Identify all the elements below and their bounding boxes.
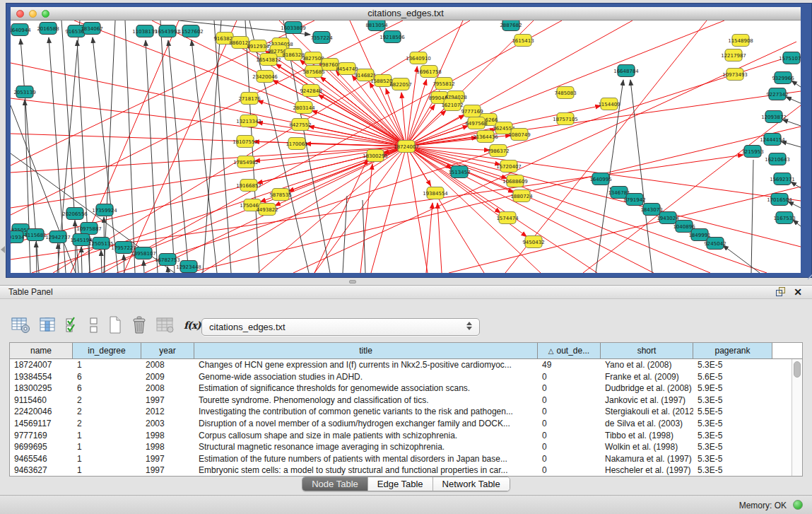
row-height-button[interactable] — [89, 315, 99, 336]
table-row[interactable]: 1456911722003Disruption of a novel membe… — [10, 418, 792, 430]
graph-node[interactable]: 9245042 — [704, 238, 726, 250]
create-column-button[interactable] — [108, 315, 122, 336]
graph-node[interactable]: 1834067 — [81, 23, 102, 35]
window-titlebar[interactable]: citations_edges.txt — [11, 7, 801, 21]
graph-node[interactable]: 9450432 — [522, 236, 544, 248]
graph-node[interactable]: 5878535 — [269, 189, 291, 201]
graph-node[interactable]: 2718176 — [238, 93, 261, 105]
graph-node[interactable]: 391934 — [11, 231, 25, 243]
scrollbar-thumb[interactable] — [794, 361, 801, 378]
graph-node[interactable]: 1154409 — [598, 98, 620, 110]
graph-node[interactable]: 9227342 — [766, 88, 788, 100]
graph-node[interactable]: 9242848 — [300, 85, 322, 97]
graph-node[interactable]: 1574474 — [496, 212, 519, 224]
table-row[interactable]: 946362711997Embryonic stem cells: a mode… — [10, 465, 792, 476]
zoom-button[interactable] — [42, 10, 49, 18]
table-row[interactable]: 969969511998Structural magnetic resonanc… — [10, 441, 792, 453]
table-row[interactable]: 946554611997Estimation of the future num… — [10, 453, 792, 465]
graph-node[interactable]: 7955812 — [433, 78, 454, 90]
table-row[interactable]: 977716911998Corpus callosum shape and si… — [10, 430, 792, 442]
graph-node[interactable]: 17016504 — [767, 194, 792, 206]
graph-node[interactable]: 19166857 — [236, 180, 261, 192]
table-row[interactable]: 911546021997Tourette syndrome. Phenomeno… — [10, 395, 792, 407]
table-source-dropdown[interactable]: citations_edges.txt — [201, 318, 480, 336]
graph-node[interactable]: 19218506 — [379, 31, 405, 43]
graph-node[interactable]: 6497568 — [465, 117, 487, 129]
network-canvas-svg[interactable]: 1872400718300295193845549777169746266649… — [11, 21, 801, 273]
graph-node[interactable]: 7357224 — [310, 32, 333, 44]
function-builder-button[interactable]: f(x) — [184, 315, 201, 336]
graph-node[interactable]: 18107552 — [233, 136, 258, 148]
graph-node[interactable]: 20206556 — [62, 208, 88, 220]
close-button[interactable] — [16, 10, 24, 18]
float-window-icon[interactable] — [776, 287, 787, 297]
graph-node[interactable]: 13213343 — [236, 115, 261, 127]
column-header-out_de[interactable]: △out_de... — [538, 343, 601, 358]
graph-node[interactable]: 9329966 — [772, 72, 794, 84]
column-header-pagerank[interactable]: pagerank — [693, 343, 772, 358]
graph-node[interactable]: 16210643 — [765, 153, 790, 165]
graph-node[interactable]: 8427552 — [289, 119, 311, 131]
selection-mode-button[interactable] — [66, 315, 80, 336]
tab-node-table[interactable]: Node Table — [302, 477, 368, 491]
graph-node[interactable]: 6822057 — [389, 78, 411, 90]
graph-node[interactable]: 2803144 — [293, 102, 315, 114]
graph-node[interactable]: 7485083 — [554, 87, 576, 99]
graph-node[interactable]: 2016588 — [37, 23, 59, 35]
graph-node[interactable]: 1115681 — [24, 229, 46, 241]
graph-node[interactable]: 1167533 — [773, 212, 795, 224]
graph-node[interactable]: 1640944 — [11, 24, 31, 36]
graph-node[interactable]: 4493822 — [256, 204, 278, 216]
graph-node[interactable]: 8912934 — [247, 40, 269, 52]
graph-node[interactable]: 15692371 — [770, 173, 795, 185]
graph-node[interactable]: 21364436 — [473, 131, 498, 143]
graph-node[interactable]: 15751074 — [779, 52, 801, 64]
graph-node[interactable]: 5875685 — [302, 66, 324, 78]
table-vertical-scrollbar[interactable] — [792, 359, 802, 476]
control-panel-splitter-handle[interactable] — [1, 246, 5, 253]
graph-node[interactable]: 1640995 — [589, 173, 611, 185]
table-row[interactable]: 2242004622012Investigating the contribut… — [10, 406, 792, 418]
window-resize-grip[interactable] — [805, 267, 812, 280]
minimize-button[interactable] — [29, 10, 37, 18]
column-header-short[interactable]: short — [601, 343, 693, 358]
graph-node[interactable]: 2887682 — [500, 21, 522, 31]
delete-table-button-disabled[interactable] — [156, 315, 175, 336]
graph-node[interactable]: 11038139 — [132, 25, 158, 37]
graph-node[interactable]: 1513457 — [448, 166, 470, 178]
column-header-year[interactable]: year — [141, 343, 194, 358]
column-header-in_degree[interactable]: in_degree — [73, 343, 141, 358]
graph-node[interactable]: 1621072 — [441, 99, 463, 111]
graph-node[interactable]: 1170061 — [286, 138, 307, 150]
tab-network-table[interactable]: Network Table — [433, 477, 510, 491]
memory-ok-indicator[interactable] — [793, 500, 803, 510]
table-row[interactable]: 1938455462009Genome-wide association stu… — [10, 371, 792, 383]
tab-edge-table[interactable]: Edge Table — [368, 477, 433, 491]
graph-node[interactable]: 12942737 — [45, 231, 71, 243]
graph-node[interactable]: 10973493 — [722, 69, 748, 81]
graph-node[interactable]: 12217987 — [721, 49, 746, 62]
graph-node[interactable]: 12093872 — [761, 111, 787, 123]
graph-node[interactable]: 8186328 — [282, 49, 304, 61]
table-panel-splitter-handle[interactable] — [349, 280, 356, 284]
graph-node[interactable]: 1080749 — [508, 129, 530, 141]
column-header-title[interactable]: title — [194, 343, 538, 358]
graph-node[interactable]: 1615413 — [512, 35, 534, 47]
table-row[interactable]: 1872400712008Changes of HCN gene express… — [10, 359, 792, 371]
network-view[interactable]: 1872400718300295193845549777169746266649… — [11, 21, 801, 273]
graph-node[interactable]: 8791942 — [623, 194, 645, 206]
graph-node[interactable]: 13640910 — [406, 52, 431, 64]
graph-node[interactable]: 11548908 — [728, 35, 753, 47]
graph-node[interactable]: 16648784 — [613, 65, 639, 77]
table-mode-button[interactable] — [11, 315, 30, 336]
table-row[interactable]: 1830029562008Estimation of significance … — [10, 382, 792, 395]
graph-node[interactable]: 3215953 — [741, 146, 763, 158]
close-panel-icon[interactable]: ✕ — [794, 287, 802, 297]
show-columns-button[interactable] — [40, 315, 57, 336]
graph-node[interactable]: 8813054 — [365, 21, 388, 31]
column-header-name[interactable]: name — [10, 343, 73, 358]
delete-column-button[interactable] — [131, 315, 147, 336]
graph-node[interactable]: 1880724 — [510, 190, 533, 202]
graph-node[interactable]: 7986372 — [487, 145, 509, 157]
graph-node[interactable]: 10688609 — [502, 175, 528, 187]
